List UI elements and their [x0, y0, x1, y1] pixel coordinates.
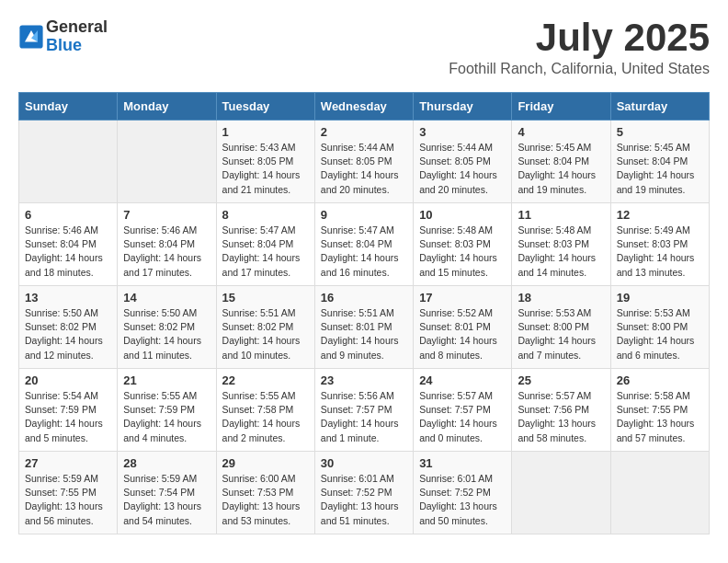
calendar-cell: 24Sunrise: 5:57 AMSunset: 7:57 PMDayligh… — [414, 369, 512, 452]
day-info: Sunrise: 5:46 AMSunset: 8:04 PMDaylight:… — [123, 224, 210, 280]
day-number: 18 — [518, 291, 604, 304]
calendar-cell: 5Sunrise: 5:45 AMSunset: 8:04 PMDaylight… — [610, 121, 709, 203]
day-number: 21 — [123, 373, 210, 387]
weekday-header: Monday — [118, 93, 216, 121]
weekday-header: Sunday — [19, 93, 118, 121]
day-info: Sunrise: 5:44 AMSunset: 8:05 PMDaylight:… — [321, 141, 407, 197]
day-number: 4 — [518, 125, 604, 139]
day-info: Sunrise: 5:50 AMSunset: 8:02 PMDaylight:… — [123, 306, 210, 362]
calendar-cell: 16Sunrise: 5:51 AMSunset: 8:01 PMDayligh… — [314, 286, 413, 369]
day-number: 19 — [617, 291, 703, 304]
calendar-cell — [512, 452, 610, 534]
day-info: Sunrise: 5:59 AMSunset: 7:55 PMDaylight:… — [25, 472, 111, 528]
calendar-cell: 19Sunrise: 5:53 AMSunset: 8:00 PMDayligh… — [610, 286, 709, 369]
weekday-header: Saturday — [610, 93, 709, 121]
day-number: 3 — [419, 125, 506, 139]
day-info: Sunrise: 5:47 AMSunset: 8:04 PMDaylight:… — [222, 224, 309, 280]
weekday-header: Tuesday — [216, 93, 314, 121]
calendar-cell — [19, 121, 118, 203]
day-number: 13 — [25, 291, 111, 304]
calendar-cell: 29Sunrise: 6:00 AMSunset: 7:53 PMDayligh… — [216, 452, 314, 534]
day-number: 20 — [25, 373, 111, 387]
calendar-week-row: 20Sunrise: 5:54 AMSunset: 7:59 PMDayligh… — [19, 369, 710, 452]
day-info: Sunrise: 6:01 AMSunset: 7:52 PMDaylight:… — [419, 472, 506, 528]
day-number: 6 — [25, 208, 111, 222]
calendar-cell — [118, 121, 216, 203]
day-info: Sunrise: 5:54 AMSunset: 7:59 PMDaylight:… — [25, 389, 111, 445]
day-info: Sunrise: 5:50 AMSunset: 8:02 PMDaylight:… — [25, 306, 111, 362]
day-number: 11 — [518, 208, 604, 222]
calendar-cell: 6Sunrise: 5:46 AMSunset: 8:04 PMDaylight… — [19, 203, 118, 286]
calendar-cell: 20Sunrise: 5:54 AMSunset: 7:59 PMDayligh… — [19, 369, 118, 452]
calendar-cell: 23Sunrise: 5:56 AMSunset: 7:57 PMDayligh… — [314, 369, 413, 452]
calendar-cell: 13Sunrise: 5:50 AMSunset: 8:02 PMDayligh… — [19, 286, 118, 369]
day-info: Sunrise: 5:48 AMSunset: 8:03 PMDaylight:… — [518, 224, 604, 280]
day-number: 22 — [222, 373, 309, 387]
calendar-cell: 7Sunrise: 5:46 AMSunset: 8:04 PMDaylight… — [118, 203, 216, 286]
day-info: Sunrise: 5:46 AMSunset: 8:04 PMDaylight:… — [25, 224, 111, 280]
calendar-week-row: 27Sunrise: 5:59 AMSunset: 7:55 PMDayligh… — [19, 452, 710, 534]
calendar-week-row: 13Sunrise: 5:50 AMSunset: 8:02 PMDayligh… — [19, 286, 710, 369]
day-info: Sunrise: 5:56 AMSunset: 7:57 PMDaylight:… — [321, 389, 407, 445]
calendar-body: 1Sunrise: 5:43 AMSunset: 8:05 PMDaylight… — [19, 121, 710, 534]
day-info: Sunrise: 5:51 AMSunset: 8:02 PMDaylight:… — [222, 306, 309, 362]
month-title: July 2025 — [449, 18, 710, 57]
calendar-cell: 26Sunrise: 5:58 AMSunset: 7:55 PMDayligh… — [610, 369, 709, 452]
day-number: 10 — [419, 208, 506, 222]
calendar-cell: 10Sunrise: 5:48 AMSunset: 8:03 PMDayligh… — [414, 203, 512, 286]
day-number: 5 — [617, 125, 703, 139]
day-info: Sunrise: 5:55 AMSunset: 7:59 PMDaylight:… — [123, 389, 210, 445]
day-info: Sunrise: 6:01 AMSunset: 7:52 PMDaylight:… — [321, 472, 407, 528]
day-info: Sunrise: 5:53 AMSunset: 8:00 PMDaylight:… — [617, 306, 703, 362]
day-info: Sunrise: 5:44 AMSunset: 8:05 PMDaylight:… — [419, 141, 506, 197]
calendar-cell: 3Sunrise: 5:44 AMSunset: 8:05 PMDaylight… — [414, 121, 512, 203]
day-info: Sunrise: 5:57 AMSunset: 7:57 PMDaylight:… — [419, 389, 506, 445]
calendar-header-row: SundayMondayTuesdayWednesdayThursdayFrid… — [19, 93, 710, 121]
calendar-cell: 1Sunrise: 5:43 AMSunset: 8:05 PMDaylight… — [216, 121, 314, 203]
day-number: 8 — [222, 208, 309, 222]
day-info: Sunrise: 5:51 AMSunset: 8:01 PMDaylight:… — [321, 306, 407, 362]
calendar-cell: 22Sunrise: 5:55 AMSunset: 7:58 PMDayligh… — [216, 369, 314, 452]
day-number: 17 — [419, 291, 506, 304]
calendar-cell: 27Sunrise: 5:59 AMSunset: 7:55 PMDayligh… — [19, 452, 118, 534]
calendar-cell: 14Sunrise: 5:50 AMSunset: 8:02 PMDayligh… — [118, 286, 216, 369]
day-info: Sunrise: 5:49 AMSunset: 8:03 PMDaylight:… — [617, 224, 703, 280]
day-info: Sunrise: 5:48 AMSunset: 8:03 PMDaylight:… — [419, 224, 506, 280]
page-header: General Blue July 2025 Foothill Ranch, C… — [18, 18, 710, 77]
day-number: 27 — [25, 456, 111, 470]
day-number: 9 — [321, 208, 407, 222]
day-info: Sunrise: 5:57 AMSunset: 7:56 PMDaylight:… — [518, 389, 604, 445]
day-number: 16 — [321, 291, 407, 304]
day-info: Sunrise: 5:52 AMSunset: 8:01 PMDaylight:… — [419, 306, 506, 362]
day-number: 14 — [123, 291, 210, 304]
title-area: July 2025 Foothill Ranch, California, Un… — [449, 18, 710, 77]
day-number: 26 — [617, 373, 703, 387]
day-number: 1 — [222, 125, 309, 139]
day-info: Sunrise: 5:43 AMSunset: 8:05 PMDaylight:… — [222, 141, 309, 197]
day-info: Sunrise: 5:58 AMSunset: 7:55 PMDaylight:… — [617, 389, 703, 445]
day-info: Sunrise: 5:55 AMSunset: 7:58 PMDaylight:… — [222, 389, 309, 445]
calendar-cell: 12Sunrise: 5:49 AMSunset: 8:03 PMDayligh… — [610, 203, 709, 286]
day-number: 24 — [419, 373, 506, 387]
calendar-cell: 28Sunrise: 5:59 AMSunset: 7:54 PMDayligh… — [118, 452, 216, 534]
day-number: 7 — [123, 208, 210, 222]
logo: General Blue — [18, 18, 108, 55]
day-number: 23 — [321, 373, 407, 387]
location-title: Foothill Ranch, California, United State… — [449, 61, 710, 77]
day-number: 29 — [222, 456, 309, 470]
logo-text: General Blue — [46, 18, 108, 55]
logo-icon — [18, 24, 44, 50]
day-info: Sunrise: 6:00 AMSunset: 7:53 PMDaylight:… — [222, 472, 309, 528]
day-number: 28 — [123, 456, 210, 470]
weekday-header: Friday — [512, 93, 610, 121]
day-number: 31 — [419, 456, 506, 470]
day-number: 30 — [321, 456, 407, 470]
calendar-cell: 25Sunrise: 5:57 AMSunset: 7:56 PMDayligh… — [512, 369, 610, 452]
calendar-cell: 21Sunrise: 5:55 AMSunset: 7:59 PMDayligh… — [118, 369, 216, 452]
calendar-cell: 18Sunrise: 5:53 AMSunset: 8:00 PMDayligh… — [512, 286, 610, 369]
day-info: Sunrise: 5:45 AMSunset: 8:04 PMDaylight:… — [617, 141, 703, 197]
calendar-cell — [610, 452, 709, 534]
day-number: 12 — [617, 208, 703, 222]
weekday-header: Wednesday — [314, 93, 413, 121]
calendar-week-row: 6Sunrise: 5:46 AMSunset: 8:04 PMDaylight… — [19, 203, 710, 286]
